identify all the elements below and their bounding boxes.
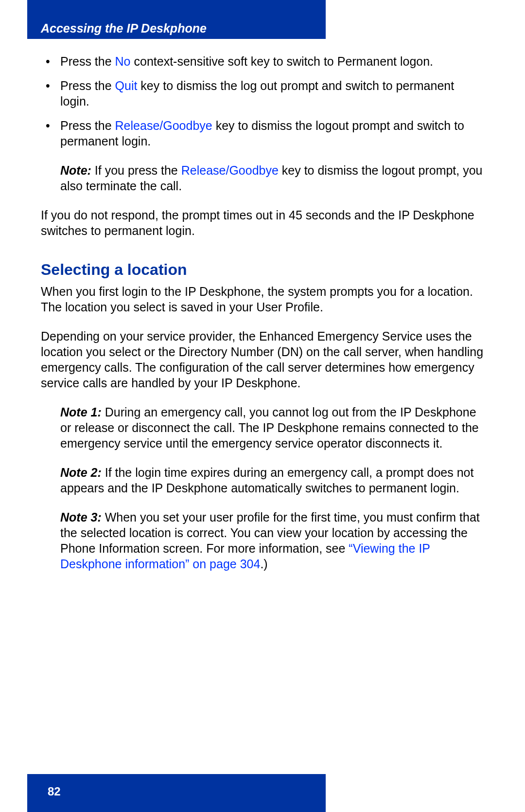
paragraph-loc2: Depending on your service provider, the … bbox=[41, 328, 484, 391]
content-area: Press the No context-sensitive soft key … bbox=[41, 54, 484, 572]
link-no: No bbox=[115, 54, 131, 68]
paragraph-timeout: If you do not respond, the prompt times … bbox=[41, 207, 484, 238]
link-quit: Quit bbox=[115, 79, 138, 92]
text: If the login time expires during an emer… bbox=[60, 466, 473, 495]
text: Press the bbox=[60, 54, 115, 68]
footer-bar bbox=[27, 774, 326, 812]
link-release-goodbye: Release/Goodbye bbox=[181, 163, 279, 177]
text: If you press the bbox=[91, 163, 181, 177]
note-block-3: Note 3: When you set your user profile f… bbox=[60, 509, 484, 572]
note-label: Note 3: bbox=[60, 510, 102, 524]
bullet-item-1: Press the No context-sensitive soft key … bbox=[41, 54, 484, 69]
paragraph-loc1: When you first login to the IP Deskphone… bbox=[41, 284, 484, 315]
page-number: 82 bbox=[48, 785, 61, 798]
bullet-item-3: Press the Release/Goodbye key to dismiss… bbox=[41, 118, 484, 149]
note-block: Note: If you press the Release/Goodbye k… bbox=[60, 162, 484, 194]
page: Accessing the IP Deskphone Press the No … bbox=[0, 0, 525, 812]
bullet-item-2: Press the Quit key to dismiss the log ou… bbox=[41, 78, 484, 109]
note-label: Note 1: bbox=[60, 405, 102, 419]
text: During an emergency call, you cannot log… bbox=[60, 405, 479, 450]
text: Press the bbox=[60, 119, 115, 132]
bullet-list: Press the No context-sensitive soft key … bbox=[41, 54, 484, 149]
note-block-1: Note 1: During an emergency call, you ca… bbox=[60, 404, 484, 451]
text: context-sensitive soft key to switch to … bbox=[131, 54, 434, 68]
text: Press the bbox=[60, 79, 115, 92]
note-block-2: Note 2: If the login time expires during… bbox=[60, 465, 484, 496]
text: .) bbox=[260, 557, 267, 571]
note-label: Note 2: bbox=[60, 466, 102, 479]
section-header: Accessing the IP Deskphone bbox=[41, 21, 207, 36]
note-label: Note: bbox=[60, 163, 91, 177]
heading-selecting-location: Selecting a location bbox=[41, 261, 484, 279]
link-release-goodbye: Release/Goodbye bbox=[115, 119, 212, 132]
